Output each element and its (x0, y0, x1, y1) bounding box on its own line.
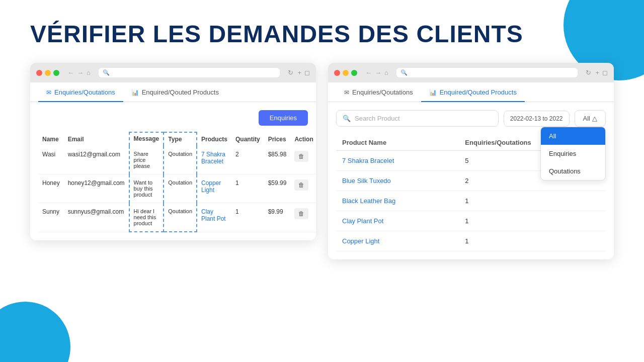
left-titlebar: ← → ⌂ 🔍 ↻ + ◻ (30, 63, 316, 82)
cell-message: Want to buy this product (129, 174, 164, 203)
enquiries-button[interactable]: Enquiries (259, 110, 308, 126)
product-count-cell: 1 (459, 231, 606, 251)
left-address-search-icon: 🔍 (103, 69, 110, 76)
col-message: Message (129, 132, 164, 146)
filter-option-all[interactable]: All (541, 127, 605, 145)
delete-button-2[interactable]: 🗑 (294, 208, 308, 219)
left-browser-body: ✉ Enquiries/Qoutations 📊 Enquired/Qouted… (30, 82, 316, 240)
left-tab-products-label: Enquired/Qouted Products (142, 88, 219, 96)
delete-button-1[interactable]: 🗑 (294, 179, 308, 191)
right-tab-enquiries-icon: ✉ (344, 89, 349, 96)
cell-product: Clay Plant Pot (197, 203, 231, 232)
left-tab-enquiries[interactable]: ✉ Enquiries/Qoutations (38, 82, 123, 102)
right-tab-products-label: Enquired/Qouted Products (440, 88, 517, 96)
cell-email: sunnyus@gmail.com (64, 203, 129, 232)
cell-type: Qoutation (164, 203, 197, 232)
col-prices: Prices (264, 132, 291, 146)
left-tab-products[interactable]: 📊 Enquired/Qouted Products (123, 82, 227, 102)
left-browser-window: ← → ⌂ 🔍 ↻ + ◻ ✉ Enquiries/Qoutations (30, 63, 316, 240)
right-traffic-lights (334, 70, 357, 76)
filter-current-value: All (583, 115, 590, 122)
search-box[interactable]: 🔍 Search Product (336, 110, 499, 127)
left-home-btn[interactable]: ⌂ (87, 69, 91, 76)
cell-action: 🗑 (290, 146, 316, 174)
left-browser-nav: ← → ⌂ (67, 69, 91, 76)
right-tabs-bar: ✉ Enquiries/Qoutations 📊 Enquired/Qouted… (328, 82, 614, 102)
left-table-toolbar: Enquiries (38, 110, 308, 126)
right-back-btn[interactable]: ← (365, 69, 372, 76)
left-add-tab-btn[interactable]: + (297, 69, 301, 76)
cell-message: Hi dear I need this product (129, 203, 164, 232)
page-title: VÉRIFIER LES DEMANDES DES CLIENTS (30, 20, 614, 48)
col-product-name: Product Name (336, 135, 459, 151)
chevron-down-icon: △ (592, 115, 597, 122)
product-name-cell: Black Leather Bag (336, 191, 459, 211)
cell-product: 7 Shakra Bracelet (197, 146, 231, 174)
right-tl-red[interactable] (334, 70, 340, 76)
right-tab-products[interactable]: 📊 Enquired/Qouted Products (421, 82, 525, 102)
cell-action: 🗑 (290, 174, 316, 203)
left-forward-btn[interactable]: → (77, 69, 84, 76)
left-tl-green[interactable] (53, 70, 59, 76)
left-more-btn[interactable]: ◻ (304, 69, 310, 76)
left-table-area: Enquiries Name Email Message Type Produc… (30, 102, 316, 240)
left-tl-yellow[interactable] (45, 70, 51, 76)
right-tl-yellow[interactable] (343, 70, 349, 76)
right-titlebar: ← → ⌂ 🔍 ↻ + ◻ (328, 63, 614, 82)
cell-quantity: 2 (231, 146, 264, 174)
filter-dropdown[interactable]: All △ All Enquiries Qoutations (575, 110, 606, 127)
right-more-btn[interactable]: ◻ (602, 69, 608, 76)
filter-option-enquiries[interactable]: Enquiries (541, 145, 605, 162)
cell-name: Honey (38, 174, 64, 203)
cell-email: honey12@gmail.com (64, 174, 129, 203)
table-row: Honey honey12@gmail.com Want to buy this… (38, 174, 316, 203)
filter-dropdown-menu: All Enquiries Qoutations (540, 127, 606, 180)
left-address-bar[interactable]: 🔍 (99, 68, 280, 77)
right-browser-nav: ← → ⌂ (365, 69, 388, 76)
right-tab-products-icon: 📊 (429, 89, 437, 96)
cell-type: Qoutation (164, 146, 197, 174)
cell-price: $9.99 (264, 203, 291, 232)
product-name-cell: Clay Plant Pot (336, 211, 459, 231)
left-traffic-lights (36, 70, 59, 76)
cell-name: Wasi (38, 146, 64, 174)
product-name-cell: Copper Light (336, 231, 459, 251)
right-tab-enquiries[interactable]: ✉ Enquiries/Qoutations (336, 82, 421, 102)
right-browser-window: ← → ⌂ 🔍 ↻ + ◻ ✉ Enquiries/Qoutations (328, 63, 614, 259)
left-table-header-row: Name Email Message Type Products Quantit… (38, 132, 316, 146)
right-browser-body: ✉ Enquiries/Qoutations 📊 Enquired/Qouted… (328, 82, 614, 259)
col-quantity: Quantity (231, 132, 264, 146)
windows-row: ← → ⌂ 🔍 ↻ + ◻ ✉ Enquiries/Qoutations (30, 63, 614, 259)
col-email: Email (64, 132, 129, 146)
left-back-btn[interactable]: ← (67, 69, 74, 76)
right-forward-btn[interactable]: → (375, 69, 381, 76)
delete-button-0[interactable]: 🗑 (294, 151, 308, 162)
search-filter-row: 🔍 Search Product 2022-02-13 to 2022 All … (328, 102, 614, 135)
left-tabs-bar: ✉ Enquiries/Qoutations 📊 Enquired/Qouted… (30, 82, 316, 102)
table-row: Sunny sunnyus@gmail.com Hi dear I need t… (38, 203, 316, 232)
table-row: Copper Light 1 (336, 231, 606, 251)
deco-circle-bottom-left (0, 302, 70, 362)
cell-quantity: 1 (231, 174, 264, 203)
right-address-bar[interactable]: 🔍 (396, 68, 578, 77)
cell-quantity: 1 (231, 203, 264, 232)
right-reload-btn[interactable]: ↻ (586, 69, 591, 76)
table-row: Black Leather Bag 1 (336, 191, 606, 211)
search-icon: 🔍 (343, 115, 351, 122)
filter-select-btn[interactable]: All △ (575, 110, 606, 127)
filter-option-quotations[interactable]: Qoutations (541, 162, 605, 180)
cell-name: Sunny (38, 203, 64, 232)
product-name-cell: 7 Shakra Bracelet (336, 151, 459, 171)
left-tab-enquiries-label: Enquiries/Qoutations (54, 88, 115, 96)
left-enquiries-table: Name Email Message Type Products Quantit… (38, 132, 316, 232)
left-tab-products-icon: 📊 (131, 89, 139, 96)
left-reload-btn[interactable]: ↻ (288, 69, 293, 76)
right-tl-green[interactable] (351, 70, 357, 76)
product-name-cell: Blue Silk Tuxedo (336, 171, 459, 191)
right-add-tab-btn[interactable]: + (595, 69, 599, 76)
right-home-btn[interactable]: ⌂ (384, 69, 388, 76)
right-address-search-icon: 🔍 (400, 69, 408, 76)
date-filter[interactable]: 2022-02-13 to 2022 (504, 111, 570, 127)
col-products: Products (197, 132, 231, 146)
left-tl-red[interactable] (36, 70, 42, 76)
